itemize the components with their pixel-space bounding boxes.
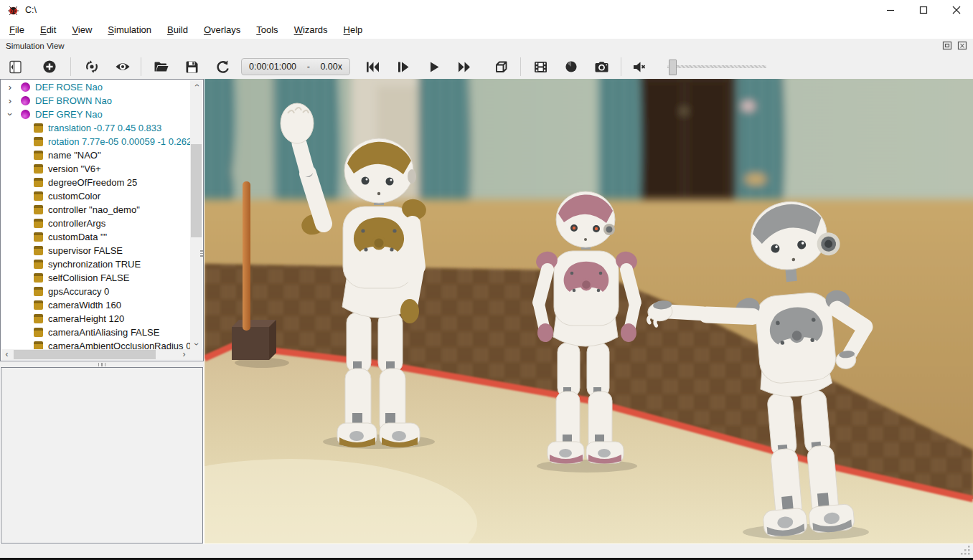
- tree-row[interactable]: controllerArgs: [1, 217, 190, 230]
- menu-simulation[interactable]: Simulation: [100, 22, 159, 37]
- scroll-right-icon[interactable]: [179, 349, 189, 360]
- raised-fist: [281, 103, 314, 143]
- menu-build[interactable]: Build: [159, 22, 196, 37]
- volume-slider-handle[interactable]: [669, 60, 677, 75]
- add-node-icon: [42, 60, 57, 74]
- tree-row[interactable]: customColor: [1, 189, 190, 203]
- maximize-button[interactable]: [907, 0, 940, 20]
- 3d-scene: [205, 79, 973, 544]
- tree-row[interactable]: selfCollision FALSE: [1, 271, 190, 285]
- step-icon: [397, 61, 410, 73]
- rendering-cube-button[interactable]: [489, 56, 513, 77]
- toolbar-separator: [520, 57, 521, 76]
- save-world-button[interactable]: [179, 56, 204, 77]
- simulation-speed: 0.00x: [320, 62, 342, 72]
- tree-row[interactable]: version "V6+: [1, 162, 190, 176]
- tree-row[interactable]: cameraAntiAliasing FALSE: [1, 326, 190, 339]
- skip-to-start-icon: [365, 61, 380, 73]
- vertical-splitter-grip[interactable]: [200, 250, 203, 262]
- close-button[interactable]: [940, 0, 973, 20]
- tree-row[interactable]: supervisor FALSE: [1, 244, 190, 257]
- play-button[interactable]: [422, 56, 446, 77]
- simulation-time: 0:00:01:000: [249, 62, 296, 72]
- webots-ladybug-icon: [7, 4, 19, 16]
- tree-vertical-scrollbar[interactable]: [190, 80, 202, 350]
- title-bar: C:\: [0, 0, 973, 20]
- record-icon: [565, 60, 578, 73]
- tree-node-label: synchronization TRUE: [48, 259, 141, 270]
- resize-grip[interactable]: [961, 546, 971, 556]
- tree-row[interactable]: customData "": [1, 230, 190, 244]
- scroll-left-icon[interactable]: [1, 349, 12, 360]
- tree-row[interactable]: DEF GREY Nao: [1, 108, 190, 121]
- tree-node-icon: [34, 300, 43, 310]
- menu-view[interactable]: View: [64, 22, 100, 37]
- tree-node-label: degreeOfFreedom 25: [48, 177, 137, 188]
- menu-edit[interactable]: Edit: [32, 22, 64, 37]
- record-button[interactable]: [559, 56, 583, 77]
- undock-icon[interactable]: [942, 41, 952, 50]
- tree-row[interactable]: DEF BROWN Nao: [1, 94, 190, 108]
- tree-row[interactable]: gpsAccuracy 0: [1, 285, 190, 298]
- tree-row[interactable]: translation -0.77 0.45 0.833: [1, 121, 190, 135]
- tree-vscroll-thumb[interactable]: [191, 144, 202, 237]
- tree-row[interactable]: rotation 7.77e-05 0.00059 -1 0.262: [1, 135, 190, 148]
- toggle-scene-tree-button[interactable]: [3, 56, 27, 77]
- horizontal-splitter[interactable]: [0, 361, 204, 367]
- tree-chevron-icon[interactable]: [5, 80, 15, 94]
- scene-tree: DEF ROSE Nao DEF BROWN Nao DEF GREY Nao …: [1, 80, 190, 350]
- tree-node-icon: [34, 178, 43, 187]
- volume-slider-track[interactable]: [667, 65, 766, 68]
- make-movie-button[interactable]: [528, 56, 553, 77]
- show-rendering-button[interactable]: [111, 56, 135, 77]
- tree-chevron-icon[interactable]: [5, 94, 15, 108]
- eye-icon: [115, 61, 131, 72]
- tree-row[interactable]: cameraAmbientOcclusionRadius 0: [1, 339, 190, 350]
- tree-row[interactable]: synchronization TRUE: [1, 257, 190, 271]
- tree-node-label: controller "nao_demo": [48, 204, 140, 215]
- tree-node-label: customColor: [48, 191, 100, 201]
- 3d-viewport[interactable]: [205, 79, 973, 544]
- tree-chevron-icon[interactable]: [5, 108, 15, 121]
- tree-node-label: supervisor FALSE: [48, 245, 123, 256]
- tree-node-label: DEF BROWN Nao: [35, 95, 112, 106]
- scroll-down-icon[interactable]: [190, 339, 202, 350]
- add-node-button[interactable]: [37, 56, 62, 77]
- tree-horizontal-scrollbar[interactable]: [1, 349, 203, 360]
- open-world-button[interactable]: [149, 56, 173, 77]
- tree-node-label: cameraHeight 120: [48, 313, 124, 324]
- tree-node-icon: [34, 328, 43, 337]
- reload-world-button[interactable]: [210, 56, 235, 77]
- toolbar-separator: [70, 57, 71, 76]
- tree-row[interactable]: DEF ROSE Nao: [1, 80, 190, 94]
- tree-row[interactable]: degreeOfFreedom 25: [1, 176, 190, 189]
- broom-stick: [243, 181, 250, 331]
- fast-forward-button[interactable]: [452, 56, 476, 77]
- tree-node-icon: [34, 151, 43, 160]
- reset-simulation-button[interactable]: [80, 56, 104, 77]
- menu-tools[interactable]: Tools: [248, 22, 286, 37]
- dock-close-icon[interactable]: [957, 41, 967, 50]
- menu-file[interactable]: File: [1, 22, 32, 37]
- tree-row[interactable]: name "NAO": [1, 148, 190, 162]
- skip-to-start-button[interactable]: [360, 56, 385, 77]
- mute-button[interactable]: [627, 56, 652, 77]
- tree-hscroll-thumb[interactable]: [14, 350, 156, 359]
- tree-row[interactable]: cameraWidth 160: [1, 298, 190, 312]
- tree-node-icon: [21, 82, 30, 92]
- tree-row[interactable]: cameraHeight 120: [1, 312, 190, 326]
- minimize-button[interactable]: [874, 0, 907, 20]
- tree-node-icon: [34, 232, 43, 242]
- field-editor-panel: [1, 367, 203, 544]
- screenshot-button[interactable]: [589, 56, 614, 77]
- tree-row[interactable]: controller "nao_demo": [1, 203, 190, 217]
- tree-node-label: name "NAO": [48, 150, 101, 161]
- menu-overlays[interactable]: Overlays: [196, 22, 248, 37]
- scroll-up-icon[interactable]: [190, 80, 202, 91]
- tree-node-label: selfCollision FALSE: [48, 272, 129, 283]
- menu-help[interactable]: Help: [336, 22, 371, 37]
- menu-wizards[interactable]: Wizards: [286, 22, 336, 37]
- minimize-icon: [886, 6, 895, 14]
- volume-slider[interactable]: [667, 59, 766, 75]
- step-button[interactable]: [391, 56, 415, 77]
